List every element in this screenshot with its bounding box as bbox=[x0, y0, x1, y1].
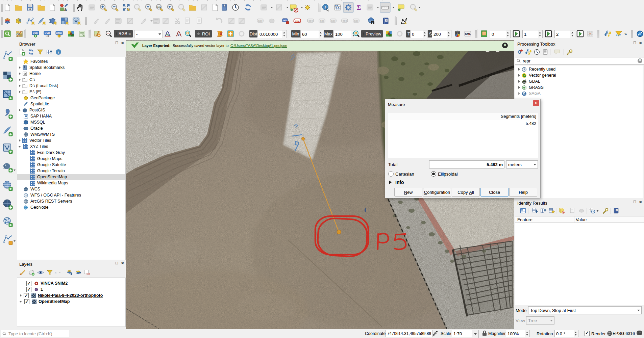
svg-text:»: » bbox=[624, 31, 627, 36]
svg-text:ε: ε bbox=[55, 270, 57, 275]
svg-text:GDAL: GDAL bbox=[523, 81, 526, 83]
svg-text:a: a bbox=[64, 7, 67, 12]
